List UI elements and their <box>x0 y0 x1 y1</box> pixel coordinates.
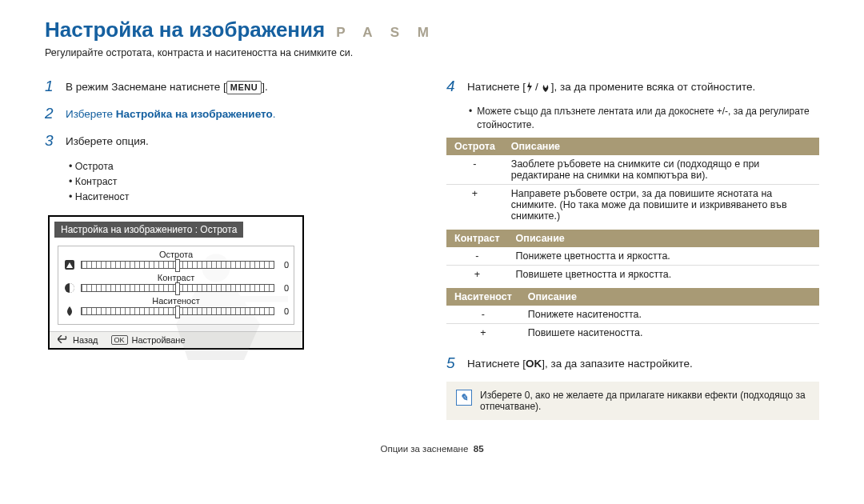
table-row: +Повишете цветността и яркостта. <box>446 265 819 283</box>
step-1-text: В режим Заснемане натиснете [MENU]. <box>66 78 268 94</box>
step-number: 5 <box>446 354 459 372</box>
saturation-icon <box>63 305 76 318</box>
step-5: 5 Натиснете [OK], за да запазите настрой… <box>446 354 819 372</box>
slider-track[interactable] <box>81 261 274 269</box>
table-contrast: КонтрастОписание -Понижете цветността и … <box>446 230 819 283</box>
flash-macro-icon: / <box>526 80 551 94</box>
page-subtitle: Регулирайте остротата, контраста и насит… <box>45 47 819 58</box>
step-5-text: Натиснете [OK], за да запазите настройки… <box>467 354 693 371</box>
tip-text: Изберете 0, ако не желаете да прилагате … <box>480 390 810 412</box>
step-number: 1 <box>45 78 58 95</box>
table-row: -Заоблете ръбовете на снимките си (подхо… <box>446 155 819 185</box>
table-row: +Направете ръбовете остри, за да повишит… <box>446 184 819 225</box>
screen-footer: Назад OK Настройване <box>50 331 302 348</box>
step-3: 3 Изберете опция. <box>45 132 418 150</box>
step-4: 4 Натиснете [ / ], за да промените всяка… <box>446 78 819 95</box>
mode-letters: P A S M <box>336 25 436 41</box>
ok-chip-icon: OK <box>111 335 128 345</box>
slider-row-contrast: Контраст 0 <box>63 273 289 294</box>
step-4-text: Натиснете [ / ], за да промените всяка о… <box>467 78 755 95</box>
page-header: Настройка на изображения P A S M <box>45 18 819 42</box>
step-number: 3 <box>45 132 58 150</box>
table-saturation: НаситеностОписание -Понижете наситеностт… <box>446 288 819 342</box>
contrast-icon <box>63 282 76 294</box>
page-title: Настройка на изображения <box>45 18 325 42</box>
table-row: -Понижете цветността и яркостта. <box>446 247 819 266</box>
info-icon: ✎ <box>456 390 472 406</box>
step-1: 1 В режим Заснемане натиснете [MENU]. <box>45 78 418 95</box>
slider-track[interactable] <box>81 284 274 292</box>
slider-row-sharpness: Острота 0 <box>63 250 289 271</box>
table-row: +Повишете наситеността. <box>446 323 819 342</box>
list-item: Наситеност <box>69 190 418 205</box>
back-button[interactable]: Назад <box>58 335 98 345</box>
back-arrow-icon <box>58 335 69 345</box>
table-sharpness: ОстротаОписание -Заоблете ръбовете на сн… <box>446 138 819 225</box>
table-row: -Понижете наситеността. <box>446 306 819 324</box>
screen-title: Настройка на изображението : Острота <box>54 222 243 238</box>
camera-screen: Настройка на изображението : Острота Ост… <box>48 215 304 350</box>
step-2: 2 Изберете Настройка на изображението. <box>45 105 418 122</box>
option-list: Острота Контраст Наситеност <box>69 159 418 204</box>
slider-panel: Острота 0 Контраст <box>58 246 294 325</box>
right-column: 4 Натиснете [ / ], за да промените всяка… <box>446 78 819 420</box>
tip-box: ✎ Изберете 0, ако не желаете да прилагат… <box>446 382 819 420</box>
step-number: 2 <box>45 105 58 122</box>
step-4-note: Можете също да плъзнете лентата или да д… <box>469 105 819 133</box>
menu-icon: MENU <box>226 81 262 94</box>
slider-track[interactable] <box>81 307 274 315</box>
set-button[interactable]: OK Настройване <box>111 335 186 345</box>
step-2-text: Изберете Настройка на изображението. <box>66 105 275 122</box>
left-column: 1 В режим Заснемане натиснете [MENU]. 2 … <box>45 78 418 420</box>
slider-thumb[interactable] <box>175 306 180 318</box>
slider-thumb[interactable] <box>175 259 180 272</box>
slider-row-saturation: Наситеност 0 <box>63 296 289 318</box>
step-number: 4 <box>446 78 459 95</box>
list-item: Острота <box>69 159 418 174</box>
step-3-text: Изберете опция. <box>66 132 149 149</box>
sharpness-icon <box>63 258 76 271</box>
slider-thumb[interactable] <box>175 282 180 295</box>
page-footer: Опции за заснемане 85 <box>45 444 819 454</box>
ok-icon: OK <box>526 358 542 370</box>
list-item: Контраст <box>69 174 418 190</box>
